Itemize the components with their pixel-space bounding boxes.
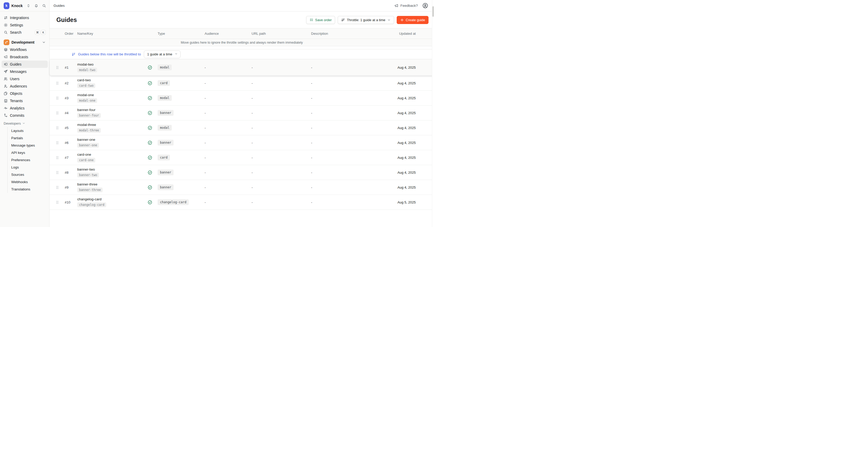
guide-updated-at: Aug 4, 2025 [356, 171, 434, 174]
drag-handle-icon[interactable] [53, 126, 61, 130]
guide-name[interactable]: banner-three [77, 182, 148, 187]
table-row[interactable]: #6 banner-one banner-one banner - - - Au… [50, 135, 434, 150]
sidebar-item-label: Webhooks [11, 180, 28, 184]
guide-name[interactable]: card-one [77, 152, 148, 157]
chevron-down-icon [42, 40, 46, 44]
sidebar-item-guides[interactable]: Guides [2, 61, 48, 68]
create-guide-button[interactable]: Create guide [397, 16, 429, 24]
guide-audience: - [203, 141, 249, 145]
drag-handle-icon[interactable] [53, 141, 61, 145]
sidebar-item-preferences[interactable]: Preferences [7, 156, 48, 164]
notifications-bell-icon[interactable] [34, 4, 38, 8]
sidebar-item-logs[interactable]: Logs [7, 164, 48, 171]
ignore-throttle-dropzone[interactable]: Move guides here to ignore the throttle … [50, 39, 434, 46]
sidebar-item-label: Partials [11, 136, 23, 140]
guide-audience: - [203, 65, 249, 69]
guide-description: - [309, 156, 356, 160]
sidebar-item-tenants[interactable]: Tenants [2, 97, 48, 105]
drag-handle-icon[interactable] [53, 185, 61, 190]
feedback-label: Feedback? [400, 4, 418, 7]
sidebar-item-translations[interactable]: Translations [7, 186, 48, 193]
broadcasts-icon [4, 55, 8, 59]
guide-name[interactable]: modal-three [77, 123, 148, 127]
sidebar-item-sources[interactable]: Sources [7, 171, 48, 178]
guide-updated-at: Aug 4, 2025 [356, 186, 434, 189]
drag-handle-icon[interactable] [53, 155, 61, 160]
tenants-icon [4, 99, 8, 103]
table-row[interactable]: #10 changelog-card changelog-card change… [50, 195, 434, 210]
sidebar-item-settings[interactable]: Settings [2, 22, 48, 29]
guide-updated-at: Aug 4, 2025 [356, 156, 434, 160]
save-order-button[interactable]: Save order [306, 16, 335, 24]
guide-name[interactable]: changelog-card [77, 197, 148, 201]
page-title: Guides [56, 17, 77, 24]
search-icon[interactable] [42, 4, 46, 8]
expand-workspaces-icon[interactable] [26, 4, 31, 8]
keycap: K [41, 30, 46, 35]
guide-description: - [309, 111, 356, 115]
sidebar-item-users[interactable]: Users [2, 75, 48, 83]
table-row[interactable]: #3 modal-one modal-one modal - - - Aug 4… [50, 91, 434, 106]
guide-name[interactable]: card-two [77, 78, 148, 82]
table-row[interactable]: #4 banner-four banner-four banner - - - … [50, 106, 434, 120]
sidebar-item-search[interactable]: Search⌘K [2, 29, 48, 36]
status-check-circle-icon [148, 126, 156, 130]
guide-order: #10 [61, 200, 75, 204]
sidebar-item-label: Guides [10, 62, 22, 66]
table-row[interactable]: #7 card-one card-one card - - - Aug 4, 2… [50, 150, 434, 165]
messages-icon [4, 69, 8, 74]
drag-handle-icon[interactable] [53, 111, 61, 115]
table-row[interactable]: #2 card-two card-two card - - - Aug 4, 2… [50, 76, 434, 91]
throttle-divider-label: Guides below this row will be throttled … [78, 52, 141, 56]
environment-switcher[interactable]: Development [2, 39, 48, 46]
guide-order: #5 [61, 126, 75, 130]
sidebar-item-label: Search [10, 30, 22, 34]
guide-name[interactable]: banner-two [77, 167, 148, 172]
column-header-description: Description [309, 32, 356, 35]
user-avatar-button[interactable] [422, 3, 428, 9]
sidebar-item-analytics[interactable]: Analytics [2, 105, 48, 112]
developers-section-toggle[interactable]: Developers [2, 120, 48, 127]
sidebar-item-broadcasts[interactable]: Broadcasts [2, 53, 48, 61]
sidebar-item-layouts[interactable]: Layouts [7, 127, 48, 134]
drag-handle-icon[interactable] [53, 81, 61, 85]
status-check-circle-icon [148, 96, 156, 100]
sidebar-item-objects[interactable]: Objects [2, 90, 48, 97]
drag-handle-icon[interactable] [53, 65, 61, 70]
column-header-url-path: URL path [249, 32, 309, 35]
scrollbar-thumb[interactable] [432, 6, 434, 17]
sidebar-item-label: Messages [10, 69, 27, 74]
main-area: Guides Feedback? Guides Save order Throt… [50, 0, 434, 227]
app-window: k Knock IntegrationsSettingsSearch⌘K Dev… [0, 0, 434, 227]
users-icon [4, 77, 8, 81]
sidebar-item-integrations[interactable]: Integrations [2, 14, 48, 22]
throttle-dropdown-button[interactable]: Throttle: 1 guide at a time [338, 16, 394, 24]
table-row[interactable]: #8 banner-two banner-two banner - - - Au… [50, 165, 434, 180]
drag-handle-icon[interactable] [53, 96, 61, 100]
sidebar-item-messages[interactable]: Messages [2, 68, 48, 75]
guide-key-badge: banner-three [77, 188, 102, 192]
throttle-amount-select[interactable]: 1 guide at a time [144, 50, 181, 58]
workspace-switcher[interactable]: k Knock [0, 0, 49, 11]
guide-name[interactable]: banner-four [77, 108, 148, 112]
sidebar-item-message-types[interactable]: Message types [7, 142, 48, 149]
sidebar-item-webhooks[interactable]: Webhooks [7, 178, 48, 186]
guide-audience: - [203, 81, 249, 85]
drag-handle-icon[interactable] [53, 170, 61, 175]
sidebar-item-api-keys[interactable]: API keys [7, 149, 48, 156]
table-row[interactable]: #1 modal-two modal-two modal - - - Aug 4… [50, 59, 434, 76]
sidebar-item-commits[interactable]: Commits [2, 112, 48, 119]
table-row[interactable]: #5 modal-three modal-three modal - - - A… [50, 120, 434, 135]
guide-name[interactable]: banner-one [77, 138, 148, 142]
feedback-button[interactable]: Feedback? [394, 4, 418, 8]
guide-name[interactable]: modal-two [77, 62, 148, 66]
sidebar-item-partials[interactable]: Partials [7, 134, 48, 142]
page-scrollbar[interactable] [432, 0, 434, 227]
sidebar-item-workflows[interactable]: Workflows [2, 46, 48, 53]
status-check-circle-icon [148, 141, 156, 145]
sidebar-item-audiences[interactable]: Audiences [2, 83, 48, 90]
drag-handle-icon[interactable] [53, 200, 61, 204]
table-row[interactable]: #9 banner-three banner-three banner - - … [50, 180, 434, 195]
guide-updated-at: Aug 4, 2025 [356, 96, 434, 100]
guide-name[interactable]: modal-one [77, 93, 148, 97]
